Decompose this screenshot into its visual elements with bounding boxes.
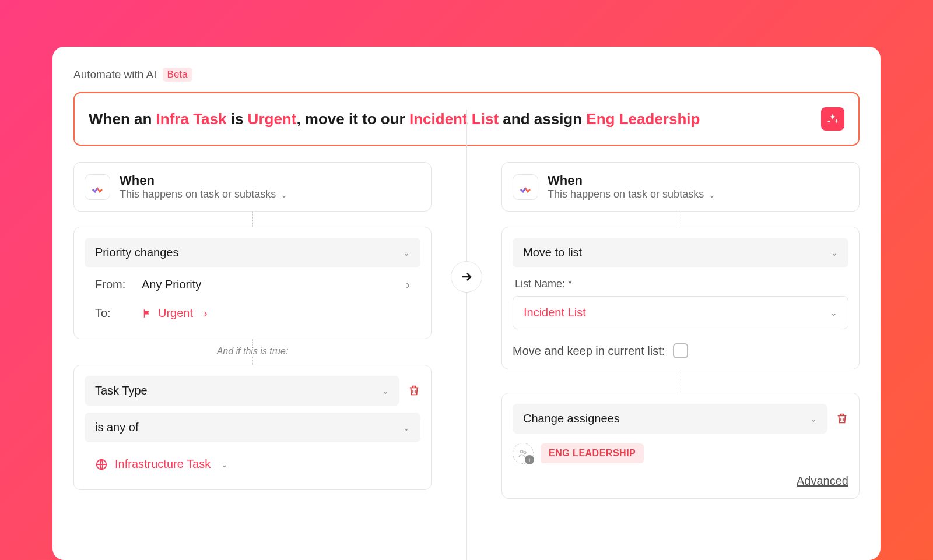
- condition-card: Task Type ⌄ is any of ⌄ Infrastructure T…: [73, 365, 432, 490]
- when-card-right[interactable]: When This happens on task or subtasks ⌄: [501, 162, 860, 212]
- chevron-down-icon: ⌄: [830, 308, 837, 318]
- priority-to-row[interactable]: To: Urgent ›: [85, 296, 420, 328]
- prompt-text: When an Infra Task is Urgent, move it to…: [89, 110, 700, 128]
- priority-from-row[interactable]: From: Any Priority ›: [85, 267, 420, 296]
- globe-icon: [95, 458, 108, 471]
- condition-operator-select[interactable]: is any of ⌄: [85, 413, 420, 442]
- action-column: When This happens on task or subtasks ⌄ …: [466, 162, 860, 499]
- chevron-down-icon: ⌄: [382, 386, 389, 396]
- arrow-icon: [451, 261, 482, 293]
- chevron-right-icon: ›: [406, 278, 410, 291]
- keep-in-list-option[interactable]: Move and keep in current list:: [513, 343, 848, 358]
- chevron-down-icon: ⌄: [810, 414, 817, 424]
- when-title: When: [548, 173, 715, 188]
- when-subtitle[interactable]: This happens on task or subtasks ⌄: [548, 188, 715, 200]
- chevron-down-icon: ⌄: [280, 190, 287, 199]
- chevron-down-icon: ⌄: [708, 190, 715, 199]
- svg-point-2: [524, 452, 526, 454]
- header-title: Automate with AI: [73, 68, 157, 81]
- generate-button[interactable]: [821, 107, 844, 131]
- condition-field-select[interactable]: Task Type ⌄: [85, 376, 399, 406]
- plus-badge-icon: +: [525, 455, 534, 464]
- advanced-link[interactable]: Advanced: [513, 474, 848, 488]
- assignee-action-select[interactable]: Change assignees ⌄: [513, 404, 827, 434]
- trigger-type-select[interactable]: Priority changes ⌄: [85, 238, 420, 267]
- chevron-right-icon: ›: [204, 307, 208, 320]
- action-type-select[interactable]: Move to list ⌄: [513, 238, 848, 267]
- chevron-down-icon: ⌄: [831, 248, 838, 258]
- when-title: When: [120, 173, 287, 188]
- trigger-card: Priority changes ⌄ From: Any Priority › …: [73, 227, 432, 339]
- chevron-down-icon: ⌄: [221, 460, 228, 469]
- keep-in-list-checkbox[interactable]: [673, 343, 688, 358]
- flag-icon: [142, 308, 152, 319]
- change-assignees-card: Change assignees ⌄ + ENG LEADERSHIP: [501, 393, 860, 499]
- chevron-down-icon: ⌄: [403, 248, 410, 258]
- trigger-column: When This happens on task or subtasks ⌄ …: [73, 162, 466, 499]
- add-assignee-button[interactable]: +: [513, 443, 534, 464]
- condition-value-select[interactable]: Infrastructure Task ⌄: [85, 449, 420, 479]
- delete-action-button[interactable]: [836, 412, 848, 427]
- list-name-select[interactable]: Incident List ⌄: [513, 296, 848, 329]
- beta-badge: Beta: [163, 68, 192, 82]
- connector-line: [681, 369, 681, 393]
- clickup-logo-icon: [513, 174, 538, 200]
- clickup-logo-icon: [85, 174, 110, 200]
- connector-line: [252, 357, 253, 365]
- delete-condition-button[interactable]: [408, 384, 420, 399]
- trash-icon: [836, 412, 848, 425]
- move-to-list-card: Move to list ⌄ List Name: * Incident Lis…: [501, 227, 860, 369]
- list-name-label: List Name: *: [515, 278, 848, 290]
- assignee-chip[interactable]: ENG LEADERSHIP: [541, 443, 644, 463]
- sparkle-icon: [826, 112, 839, 125]
- when-subtitle[interactable]: This happens on task or subtasks ⌄: [120, 188, 287, 200]
- svg-point-1: [521, 450, 524, 453]
- when-card-left[interactable]: When This happens on task or subtasks ⌄: [73, 162, 432, 212]
- trash-icon: [408, 384, 420, 397]
- chevron-down-icon: ⌄: [403, 423, 410, 432]
- automation-modal: Automate with AI Beta When an Infra Task…: [52, 47, 881, 560]
- connector-line: [681, 212, 681, 227]
- condition-connector-label: And if this is true:: [212, 346, 293, 357]
- column-divider: [466, 110, 467, 560]
- connector-line: [252, 212, 253, 227]
- modal-header: Automate with AI Beta: [73, 68, 860, 82]
